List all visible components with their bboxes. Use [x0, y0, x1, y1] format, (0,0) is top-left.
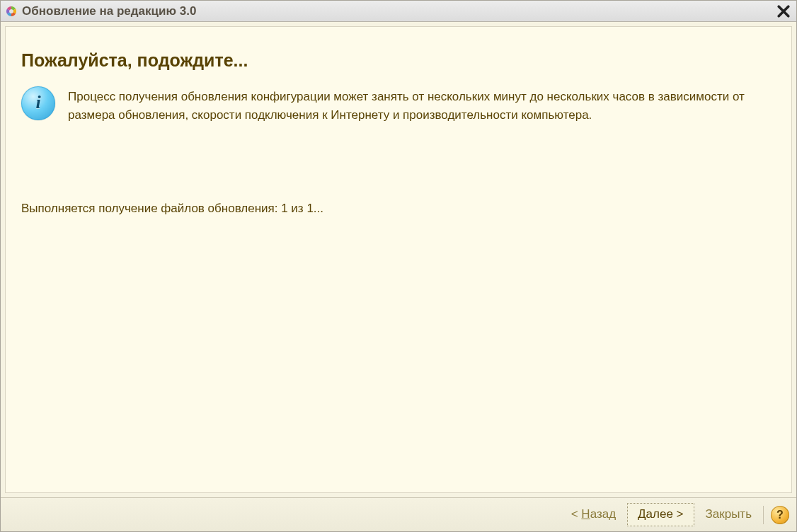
- info-icon: [21, 86, 55, 120]
- dialog-window: Обновление на редакцию 3.0 Пожалуйста, п…: [0, 0, 797, 532]
- next-rest: алее >: [646, 507, 684, 521]
- close-button[interactable]: Закрыть: [701, 505, 756, 524]
- window-title: Обновление на редакцию 3.0: [22, 1, 775, 22]
- next-button[interactable]: Далее >: [627, 503, 694, 526]
- close-icon[interactable]: [775, 3, 792, 20]
- info-row: Процесс получения обновления конфигураци…: [21, 86, 776, 125]
- back-underline: Н: [581, 507, 590, 521]
- title-bar: Обновление на редакцию 3.0: [1, 1, 796, 22]
- back-prefix: <: [571, 507, 582, 521]
- footer-separator: [763, 506, 764, 524]
- back-button[interactable]: < Назад: [567, 505, 620, 524]
- content-panel: Пожалуйста, подождите... Процесс получен…: [5, 26, 792, 493]
- help-button[interactable]: ?: [771, 506, 789, 524]
- next-underline: Д: [638, 507, 646, 521]
- status-text: Выполняется получение файлов обновления:…: [21, 200, 776, 217]
- footer-bar: < Назад Далее > Закрыть ?: [1, 497, 796, 531]
- back-rest: азад: [590, 507, 616, 521]
- info-text: Процесс получения обновления конфигураци…: [68, 86, 776, 125]
- content-spacer: [21, 216, 776, 485]
- page-heading: Пожалуйста, подождите...: [21, 50, 776, 71]
- app-icon: [5, 5, 18, 18]
- content-wrapper: Пожалуйста, подождите... Процесс получен…: [1, 22, 796, 497]
